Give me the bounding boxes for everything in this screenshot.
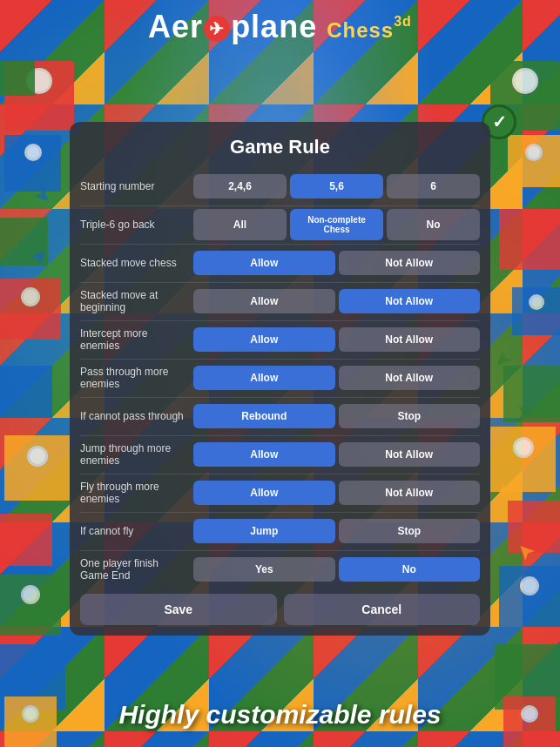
btn-group-intercept: Allow Not Allow <box>193 327 480 352</box>
app-title: Aer✈plane Chess3d <box>0 9 560 45</box>
btn-group-finish: Yes No <box>193 557 480 582</box>
label-triple6: Triple-6 go back <box>80 219 193 231</box>
tile-red-r <box>499 209 560 270</box>
btn-intercept-allow[interactable]: Allow <box>193 327 335 352</box>
label-starting-number: Starting number <box>80 180 193 192</box>
rule-row-cannot-fly: If cannot fly Jump Stop <box>80 515 480 547</box>
label-stacked-begin: Stacked move at beginning <box>80 289 193 314</box>
label-finish: One player finish Game End <box>80 557 193 582</box>
btn-triple6-noncomplete[interactable]: Non-complete Chess <box>290 209 383 240</box>
btn-group-stacked-begin: Allow Not Allow <box>193 289 480 313</box>
title-text-aer: Aer <box>148 9 203 44</box>
btn-group-stacked-move: Allow Not Allow <box>193 251 480 275</box>
label-pass: Pass through more enemies <box>80 366 193 391</box>
btn-stackedbegin-allow[interactable]: Allow <box>193 289 335 313</box>
arrow-green-right2: ➤ <box>516 400 534 425</box>
save-button[interactable]: Save <box>80 594 277 625</box>
rule-row-cannot-pass: If cannot pass through Rebound Stop <box>80 400 480 432</box>
arrow-yellow-right: ➤ <box>491 482 516 500</box>
tile-yellow-l <box>4 435 70 501</box>
tile-yellow-r <box>508 135 560 187</box>
label-intercept: Intercept more enemies <box>80 327 193 353</box>
btn-cannotfly-jump[interactable]: Jump <box>193 519 335 543</box>
rule-row-starting-number: Starting number 2,4,6 5,6 6 <box>80 171 480 202</box>
btn-fly-allow[interactable]: Allow <box>193 481 335 505</box>
bottom-tagline: Highly customizable rules <box>0 700 560 730</box>
title-logo-o: ✈ <box>204 16 230 42</box>
btn-stacked-allow[interactable]: Allow <box>193 251 335 275</box>
btn-group-triple6: All Non-complete Chess No <box>193 209 480 240</box>
btn-group-starting-number: 2,4,6 5,6 6 <box>193 174 480 199</box>
tile-blue-r <box>512 287 560 335</box>
btn-fly-notallow[interactable]: Not Allow <box>339 481 481 505</box>
btn-pass-notallow[interactable]: Not Allow <box>339 366 481 390</box>
label-jump: Jump through more enemies <box>80 442 193 468</box>
label-cannot-fly: If cannot fly <box>80 525 193 537</box>
btn-starting-6[interactable]: 6 <box>387 174 480 199</box>
title-text-plane: plane <box>231 9 317 44</box>
btn-intercept-notallow[interactable]: Not Allow <box>339 327 481 352</box>
rule-row-stacked-begin: Stacked move at beginning Allow Not Allo… <box>80 286 480 317</box>
tile-red-l3 <box>0 514 52 566</box>
btn-cannotpass-rebound[interactable]: Rebound <box>193 404 335 428</box>
cancel-button[interactable]: Cancel <box>284 594 481 625</box>
btn-group-jump: Allow Not Allow <box>193 442 480 467</box>
btn-stacked-notallow[interactable]: Not Allow <box>339 251 481 275</box>
tile-green-tl <box>0 61 35 96</box>
footer-buttons: Save Cancel <box>80 594 480 625</box>
tile-red-l2 <box>0 279 61 340</box>
rule-row-jump: Jump through more enemies Allow Not Allo… <box>80 439 480 470</box>
btn-jump-notallow[interactable]: Not Allow <box>339 442 481 467</box>
rule-row-stacked-move: Stacked move chess Allow Not Allow <box>80 247 480 279</box>
header: Aer✈plane Chess3d <box>0 9 560 45</box>
tile-blue-l3 <box>0 366 52 418</box>
btn-triple6-all[interactable]: All <box>193 209 287 240</box>
rule-row-intercept: Intercept more enemies Allow Not Allow <box>80 324 480 355</box>
label-stacked-move: Stacked move chess <box>80 257 193 269</box>
label-cannot-pass: If cannot pass through <box>80 410 193 422</box>
rule-row-pass: Pass through more enemies Allow Not Allo… <box>80 362 480 394</box>
btn-starting-56[interactable]: 5,6 <box>290 174 383 199</box>
btn-group-cannot-fly: Jump Stop <box>193 519 480 543</box>
rule-row-triple6: Triple-6 go back All Non-complete Chess … <box>80 209 480 240</box>
btn-stackedbegin-notallow[interactable]: Not Allow <box>339 289 481 313</box>
tile-blue-l <box>4 135 61 192</box>
game-rule-dialog: Game Rule Starting number 2,4,6 5,6 6 Tr… <box>70 122 490 636</box>
btn-triple6-no[interactable]: No <box>387 209 480 240</box>
dialog-title: Game Rule <box>80 136 480 158</box>
btn-cannotpass-stop[interactable]: Stop <box>339 404 481 428</box>
btn-starting-246[interactable]: 2,4,6 <box>193 174 287 199</box>
btn-pass-allow[interactable]: Allow <box>193 366 335 390</box>
btn-group-cannot-pass: Rebound Stop <box>193 404 480 428</box>
btn-group-pass: Allow Not Allow <box>193 366 480 390</box>
btn-group-fly: Allow Not Allow <box>193 481 480 505</box>
title-chess: Chess <box>327 18 394 42</box>
rule-row-finish: One player finish Game End Yes No <box>80 554 480 585</box>
btn-jump-allow[interactable]: Allow <box>193 442 335 467</box>
tile-blue-r2 <box>499 566 560 627</box>
btn-finish-yes[interactable]: Yes <box>193 557 335 582</box>
title-3d: 3d <box>394 14 412 29</box>
btn-cannotfly-stop[interactable]: Stop <box>339 519 481 543</box>
rule-row-fly: Fly through more enemies Allow Not Allow <box>80 477 480 508</box>
tile-green-l3 <box>0 575 61 636</box>
btn-finish-no[interactable]: No <box>339 557 481 582</box>
label-fly: Fly through more enemies <box>80 481 193 506</box>
